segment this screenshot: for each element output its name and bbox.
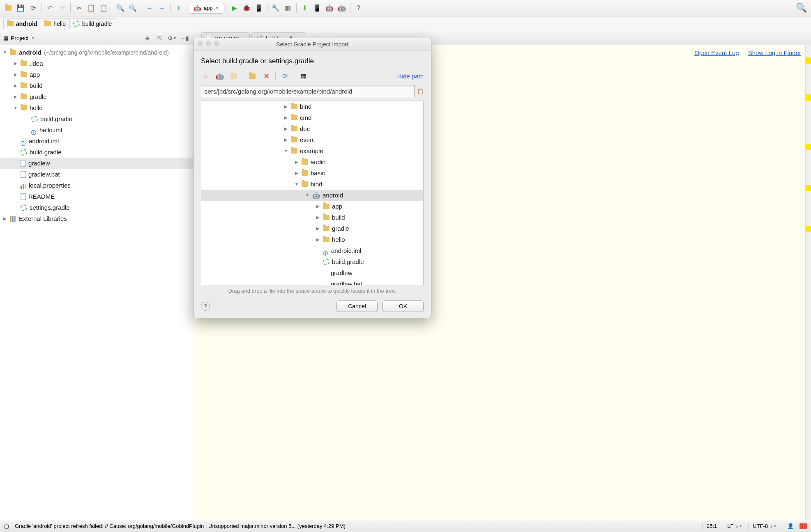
dialog-titlebar[interactable]: Select Gradle Project Import [194,38,431,50]
tree-row[interactable]: settings.gradle [0,202,193,213]
cancel-button[interactable]: Cancel [336,300,378,312]
file-tree[interactable]: ▶bind▶cmd▶doc▶event▼example▶audio▶basic▼… [201,101,424,285]
tree-row[interactable]: ▶app [201,201,423,212]
project-panel-title[interactable]: Project [11,35,29,41]
delete-icon[interactable]: ✕ [261,71,271,81]
redo-icon[interactable]: ↷ [56,2,68,14]
refresh-icon[interactable]: ⟳ [280,71,290,81]
tree-row[interactable]: ⓙandroid.iml [201,245,423,256]
show-log-finder-link[interactable]: Show Log in Finder [748,49,801,56]
chevron-down-icon[interactable]: ▼ [31,36,35,40]
editor-gutter[interactable] [805,45,811,520]
tree-row[interactable]: ⓙandroid.iml [0,135,193,147]
tree-row[interactable]: build.gradle [0,113,193,124]
forward-icon[interactable]: → [156,2,168,14]
tree-row[interactable]: ▶doc [201,123,423,134]
tree-row[interactable]: ▶basic [201,167,423,179]
android-head-icon[interactable]: 🤖 [324,2,335,14]
run-icon[interactable]: ▶ [228,2,240,14]
encoding[interactable]: UTF-8 ▲▼ [748,523,777,529]
attach-icon[interactable]: 📱 [253,2,265,14]
tree-row[interactable]: ▶bind [201,101,423,112]
tool-icon[interactable]: 🔧 [270,2,281,14]
tree-row[interactable]: ▶app [0,69,193,80]
back-icon[interactable]: ← [144,2,155,14]
sdk-icon[interactable]: ⬇ [299,2,311,14]
search-everywhere-icon[interactable]: 🔍 [796,2,807,13]
tree-row[interactable]: gradlew [201,267,423,278]
help-button[interactable]: ? [201,302,210,311]
breadcrumb-item[interactable]: hello [41,18,70,29]
gear-icon[interactable]: ⚙▼ [167,33,177,43]
tree-row[interactable]: gradlew.bat [201,278,423,285]
chevron-down-icon: ▼ [215,6,219,10]
project-icon[interactable]: 🤖 [215,71,225,81]
make-icon[interactable]: ⬇ [173,2,184,14]
tree-row[interactable]: ▼bind [201,179,423,190]
android-monitor-icon[interactable]: 🤖 [336,2,348,14]
tree-row[interactable]: ▼hello [0,102,193,113]
status-message[interactable]: Gradle 'android' project refresh failed:… [15,523,696,529]
cursor-position[interactable]: 25:1 [702,523,717,529]
folder-icon [291,148,297,154]
tree-row[interactable]: ▶build [201,212,423,223]
tree-row[interactable]: gradlew.bat [0,169,193,180]
tree-row[interactable]: ▶build [0,80,193,91]
paste-icon[interactable]: 📋 [98,2,109,14]
tree-row[interactable]: gradlew [0,158,193,169]
iml-icon: ⓙ [31,127,37,133]
target-icon[interactable]: ⊕ [143,33,152,43]
inspector-icon[interactable]: 👤 [783,523,794,529]
open-event-log-link[interactable]: Open Event Log [694,49,739,56]
help-icon[interactable]: ? [353,2,364,14]
error-indicator[interactable]: ! [799,523,807,529]
open-icon[interactable] [2,2,14,14]
breadcrumb-item[interactable]: build.gradle [69,18,116,29]
folder-icon [302,170,308,176]
tree-row[interactable]: ▶audio [201,156,423,167]
path-field[interactable]: sers/jbd/src/golang.org/x/mobile/example… [201,85,415,97]
tree-root[interactable]: ▼ android (~/src/golang.org/x/mobile/exa… [0,47,193,58]
tree-row[interactable]: local.properties [0,180,193,191]
collapse-icon[interactable]: ⇱ [155,33,165,43]
tree-row[interactable]: ▶event [201,134,423,145]
tree-row[interactable]: ▶hello [201,234,423,245]
copy-icon[interactable]: 📋 [85,2,97,14]
undo-icon[interactable]: ↶ [44,2,55,14]
tree-row[interactable]: ▼🤖android [201,190,423,201]
tree-row[interactable]: ▶gradle [0,91,193,102]
debug-icon[interactable]: 🐞 [241,2,252,14]
sync-icon[interactable]: ⟳ [27,2,39,14]
tree-row[interactable]: ▶gradle [201,223,423,234]
folder-action-icon[interactable] [247,71,257,81]
history-icon[interactable]: 📋 [417,88,424,94]
ok-button[interactable]: OK [382,300,424,312]
window-controls[interactable] [198,41,219,46]
editor-notification-links: Open Event Log Show Log in Finder [687,49,801,56]
breadcrumb-item[interactable]: android [3,18,41,29]
line-ending[interactable]: LF ▲▼ [723,523,742,529]
hide-path-link[interactable]: Hide path [397,73,424,80]
struct-icon[interactable]: ▦ [282,2,294,14]
new-folder-icon[interactable] [229,71,239,81]
save-icon[interactable]: 💾 [15,2,26,14]
folder-icon [323,237,329,242]
tree-row[interactable]: ⓙhello.iml [0,124,193,135]
tree-row[interactable]: ▼example [201,145,423,156]
tree-row[interactable]: ▶cmd [201,112,423,123]
replace-icon[interactable]: 🔍 [127,2,138,14]
hide-panel-icon[interactable]: →▮ [180,33,189,43]
show-hidden-icon[interactable]: ▦ [298,71,308,81]
tree-row[interactable]: ▶.idea [0,58,193,69]
external-libraries[interactable]: ▶ External Libraries [0,213,193,224]
status-icon[interactable]: ▢ [4,523,9,529]
tree-row[interactable]: build.gradle [201,256,423,267]
tree-row[interactable]: README [0,191,193,202]
run-config-selector[interactable]: 🤖 app ▼ [190,3,223,14]
project-tree[interactable]: ▼ android (~/src/golang.org/x/mobile/exa… [0,45,193,520]
cut-icon[interactable]: ✂ [73,2,85,14]
find-icon[interactable]: 🔍 [115,2,126,14]
home-icon[interactable]: ⌂ [201,71,211,81]
avd-icon[interactable]: 📱 [311,2,323,14]
tree-row[interactable]: build.gradle [0,147,193,158]
